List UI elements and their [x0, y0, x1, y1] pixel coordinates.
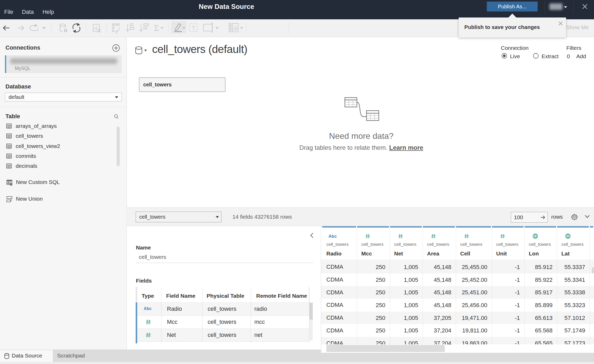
- svg-text:T: T: [192, 25, 195, 31]
- svg-text:Σ: Σ: [154, 23, 159, 33]
